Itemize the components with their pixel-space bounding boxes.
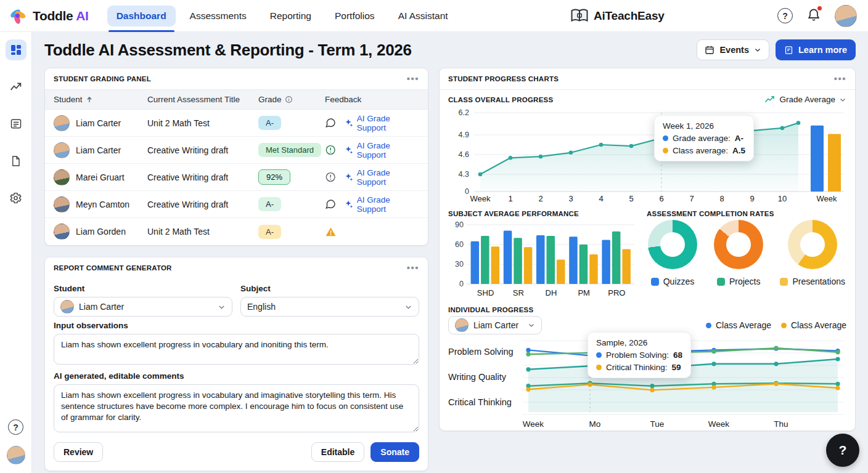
help-fab-button[interactable]: ? bbox=[826, 434, 859, 467]
events-button[interactable]: Events bbox=[697, 39, 769, 60]
panel-menu-button[interactable]: ••• bbox=[407, 76, 419, 81]
editable-button[interactable]: Editable bbox=[311, 442, 364, 462]
ai-grade-support-link[interactable]: AI Grade Support bbox=[344, 114, 419, 132]
notifications-button[interactable] bbox=[806, 7, 821, 25]
gear-icon bbox=[9, 192, 22, 204]
student-name: Liam Gorden bbox=[76, 227, 126, 236]
grading-panel-title: STUDENT GRADING PANEL bbox=[54, 75, 151, 83]
ai-sparkle-icon bbox=[344, 145, 353, 155]
main-content: Toddle AI Assessment & Reporting - Term … bbox=[32, 32, 868, 473]
panel-menu-button[interactable]: ••• bbox=[834, 76, 846, 81]
grade-average-selector[interactable]: Grade Average bbox=[764, 95, 846, 104]
sidebar-avatar[interactable] bbox=[7, 446, 25, 464]
ycat-problem-solving: Problem Solving bbox=[448, 347, 521, 357]
help-icon[interactable]: ? bbox=[777, 8, 793, 23]
alert-circle-icon[interactable] bbox=[325, 144, 336, 156]
col-assessment: Current Assessment Title bbox=[147, 95, 258, 104]
user-avatar[interactable] bbox=[835, 5, 857, 27]
grade-average-label: Grade Average bbox=[779, 95, 835, 104]
sidebar-item-dashboard[interactable] bbox=[6, 39, 27, 60]
comment-icon[interactable] bbox=[325, 198, 336, 210]
presentations-swatch bbox=[780, 278, 788, 286]
info-icon[interactable] bbox=[285, 95, 293, 103]
svg-text:3: 3 bbox=[568, 194, 573, 203]
review-button[interactable]: Review bbox=[54, 442, 103, 462]
chevron-down-icon bbox=[839, 96, 846, 103]
ycat-writing-quality: Writing Quality bbox=[448, 372, 521, 382]
student-avatar bbox=[455, 318, 469, 332]
svg-text:Week: Week bbox=[708, 419, 730, 429]
student-name: Liam Carter bbox=[76, 118, 121, 128]
trend-up-icon bbox=[9, 81, 22, 94]
warning-triangle-icon[interactable] bbox=[325, 226, 337, 238]
sidebar-item-documents[interactable] bbox=[6, 150, 27, 171]
ai-grade-support-link[interactable]: AI Grade Support bbox=[344, 195, 419, 214]
subject-select[interactable]: English bbox=[240, 297, 419, 317]
student-select[interactable]: Liam Carter bbox=[54, 297, 232, 317]
sort-up-icon[interactable] bbox=[86, 96, 93, 103]
alert-circle-icon[interactable] bbox=[325, 171, 336, 183]
individual-student-select[interactable]: Liam Carter bbox=[448, 316, 542, 334]
svg-text:2: 2 bbox=[538, 194, 542, 203]
individual-student-value: Liam Carter bbox=[473, 320, 523, 330]
grading-table-header: Student Current Assessment Title Grade F… bbox=[45, 89, 428, 110]
sidebar-item-settings[interactable] bbox=[6, 187, 27, 208]
svg-text:Thu: Thu bbox=[774, 419, 788, 429]
chevron-down-icon bbox=[754, 46, 761, 54]
chart-tooltip: Sample, 2026 Problem Solving:68 Critical… bbox=[588, 332, 691, 378]
svg-text:Mo: Mo bbox=[589, 419, 601, 429]
student-avatar bbox=[54, 196, 70, 212]
top-navigation: Toddle AI DashboardAssessmentsReportingP… bbox=[0, 0, 868, 32]
sidebar-help-icon[interactable]: ? bbox=[8, 419, 23, 435]
comment-icon[interactable] bbox=[325, 117, 336, 129]
sonate-button[interactable]: Sonate bbox=[371, 442, 419, 462]
ai-grade-support-link[interactable]: AI Grade Support bbox=[344, 141, 419, 160]
svg-text:Week: Week bbox=[470, 194, 491, 203]
sidebar-item-assessments[interactable] bbox=[6, 113, 27, 134]
grade-badge[interactable]: 92% bbox=[258, 169, 290, 185]
nav-portfolios[interactable]: Portfolios bbox=[326, 6, 384, 26]
completion-rates-title: ASSESSMENT COMPLETION RATES bbox=[647, 210, 846, 217]
subject-label: Subject bbox=[240, 284, 419, 293]
ycat-critical-thinking: Critical Thinking bbox=[448, 397, 521, 407]
student-avatar bbox=[60, 300, 74, 313]
student-avatar bbox=[54, 142, 70, 158]
comment-generator-title: REPORT COMMENT GENERATOR bbox=[54, 264, 172, 272]
svg-text:Tue: Tue bbox=[650, 419, 665, 429]
book-icon bbox=[570, 8, 589, 24]
brand[interactable]: Toddle AI bbox=[9, 7, 89, 25]
observations-input[interactable]: Liam has shown excellent progress in voc… bbox=[54, 334, 419, 365]
presentations-donut-chart bbox=[788, 220, 837, 269]
student-avatar bbox=[54, 115, 70, 131]
svg-text:SR: SR bbox=[513, 288, 524, 297]
table-row: Meyn CamtonCreative Writing draftA-AI Gr… bbox=[45, 191, 428, 218]
svg-text:4.9: 4.9 bbox=[459, 131, 469, 139]
sidebar-item-analytics[interactable] bbox=[6, 76, 27, 97]
nav-ai-assistant[interactable]: AI Assistant bbox=[389, 6, 457, 26]
events-button-label: Events bbox=[719, 45, 749, 55]
assessment-title: Creative Writing draft bbox=[147, 172, 258, 182]
grade-badge[interactable]: A- bbox=[258, 116, 281, 130]
grade-badge[interactable]: A- bbox=[258, 225, 281, 239]
nav-assessments[interactable]: Assessments bbox=[181, 6, 256, 26]
svg-text:4.3: 4.3 bbox=[459, 170, 469, 179]
learn-more-button[interactable]: Learn more bbox=[776, 39, 856, 60]
chart-tooltip: Week 1, 2026 Grade average:A- Class aver… bbox=[654, 115, 754, 161]
student-progress-charts-panel: STUDENT PROGRESS CHARTS ••• CLASS OVERAL… bbox=[439, 68, 856, 431]
grade-badge[interactable]: Met Standard bbox=[258, 143, 321, 157]
ai-grade-support-link[interactable]: AI Grade Support bbox=[344, 168, 419, 187]
trend-up-icon bbox=[764, 95, 776, 104]
svg-text:8: 8 bbox=[719, 194, 724, 203]
nav-dashboard[interactable]: Dashboard bbox=[107, 6, 176, 26]
toddle-logo-icon bbox=[9, 7, 27, 25]
grade-badge[interactable]: A- bbox=[258, 197, 281, 211]
quizzes-donut-chart bbox=[648, 220, 697, 269]
learn-more-label: Learn more bbox=[798, 45, 847, 55]
svg-text:PRO: PRO bbox=[608, 288, 625, 297]
col-feedback: Feedback bbox=[325, 95, 419, 104]
svg-text:90: 90 bbox=[455, 220, 464, 229]
nav-reporting[interactable]: Reporting bbox=[261, 6, 321, 26]
document-icon bbox=[784, 46, 793, 55]
panel-menu-button[interactable]: ••• bbox=[407, 265, 419, 270]
ai-comments-input[interactable]: Liam has shown excellent progress in voc… bbox=[54, 384, 419, 432]
